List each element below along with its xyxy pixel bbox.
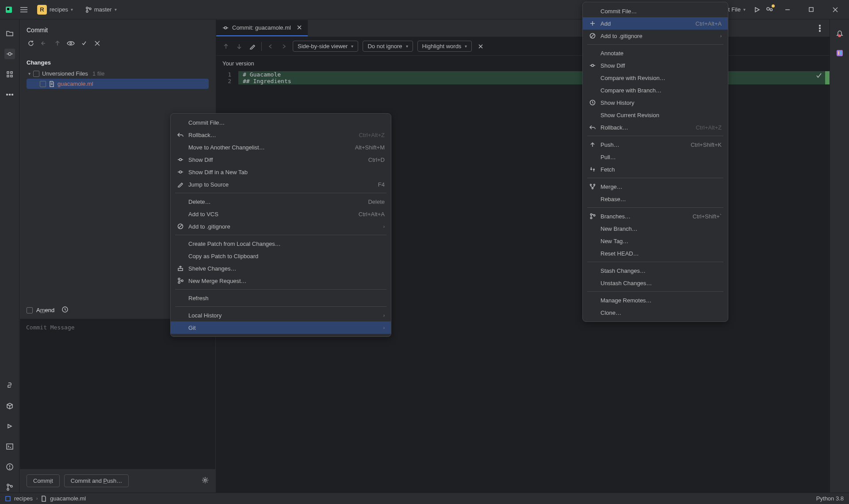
ban-icon (589, 32, 596, 39)
svg-rect-50 (840, 51, 841, 55)
rollback-icon[interactable] (40, 39, 49, 48)
code-with-me-icon[interactable] (765, 5, 774, 14)
next-diff-icon[interactable] (235, 42, 244, 51)
packages-icon[interactable] (4, 401, 15, 411)
close-tab-icon[interactable] (297, 24, 302, 31)
commit-and-push-button[interactable]: Commit and Push… (64, 474, 129, 487)
menu-item[interactable]: Unstash Changes… (583, 277, 728, 289)
blank-icon (177, 312, 184, 319)
prev-file-icon[interactable] (266, 42, 275, 51)
commit-button[interactable]: Commit (27, 474, 60, 487)
revert-icon[interactable] (93, 39, 102, 48)
maximize-button[interactable] (801, 3, 822, 17)
terminal-icon[interactable] (4, 441, 15, 452)
changelist-icon[interactable] (80, 39, 88, 48)
python-console-icon[interactable] (4, 380, 15, 391)
menu-item[interactable]: Merge… (583, 180, 728, 193)
menu-item[interactable]: Clone… (583, 306, 728, 319)
unversioned-label: Unversioned Files (42, 70, 88, 77)
breadcrumb-project[interactable]: recipes (14, 495, 33, 502)
project-tool-icon[interactable] (4, 28, 15, 39)
menu-item[interactable]: Show History (583, 96, 728, 109)
commit-tool-icon[interactable] (4, 49, 15, 59)
run-icon[interactable] (753, 5, 761, 14)
minimize-button[interactable] (777, 3, 798, 17)
menu-item[interactable]: New Merge Request… (171, 275, 391, 287)
menu-item[interactable]: Commit File… (171, 116, 391, 129)
svg-line-66 (591, 34, 594, 38)
menu-item-label: Jump to Source (188, 181, 374, 188)
viewer-mode-select[interactable]: Side-by-side viewer▾ (293, 41, 358, 52)
history-icon[interactable] (61, 306, 69, 314)
refresh-icon[interactable] (27, 39, 35, 48)
diff-icon (589, 62, 596, 69)
highlight-select[interactable]: Highlight words▾ (417, 41, 472, 52)
menu-item[interactable]: Add to .gitignore› (583, 30, 728, 42)
close-button[interactable] (825, 3, 845, 17)
gear-icon[interactable] (202, 477, 209, 485)
menu-item[interactable]: New Tag… (583, 235, 728, 247)
services-icon[interactable] (4, 421, 15, 431)
menu-item[interactable]: Refresh (171, 292, 391, 304)
shelve-icon (177, 265, 184, 272)
code-text: # Guacamole (238, 71, 825, 78)
edit-source-icon[interactable] (248, 42, 257, 51)
menu-separator (175, 193, 386, 193)
menu-item-label: Show Diff (600, 62, 722, 69)
more-tool-icon[interactable] (4, 89, 15, 100)
menu-item[interactable]: Show Diff in a New Tab (171, 166, 391, 178)
git-tool-icon[interactable] (4, 482, 15, 493)
amend-checkbox[interactable] (27, 307, 33, 313)
menu-item-label: Rollback… (600, 124, 691, 131)
hamburger-icon[interactable] (19, 5, 28, 14)
menu-item[interactable]: Manage Remotes… (583, 294, 728, 306)
menu-item[interactable]: Branches…Ctrl+Shift+` (583, 210, 728, 222)
menu-item[interactable]: Move to Another Changelist…Alt+Shift+M (171, 141, 391, 153)
ai-assistant-icon[interactable] (834, 48, 845, 58)
menu-item[interactable]: Add to VCSCtrl+Alt+A (171, 208, 391, 220)
menu-item[interactable]: Add to .gitignore› (171, 220, 391, 233)
menu-item[interactable]: Git› (171, 321, 391, 334)
tab-options-icon[interactable] (815, 24, 824, 33)
menu-item[interactable]: Pull… (583, 151, 728, 163)
show-diff-icon[interactable] (66, 39, 75, 48)
menu-item[interactable]: Commit File… (583, 5, 728, 17)
blank-icon (177, 294, 184, 302)
file-node[interactable]: guacamole.ml (27, 79, 209, 89)
next-file-icon[interactable] (279, 42, 288, 51)
checkbox[interactable] (40, 81, 46, 87)
project-selector[interactable]: R recipes ▾ (34, 3, 76, 16)
menu-item-label: Show Current Revision (600, 112, 722, 118)
menu-item: Compare with Revision… (583, 72, 728, 84)
menu-item[interactable]: AddCtrl+Alt+A (583, 17, 728, 30)
structure-tool-icon[interactable] (4, 69, 15, 80)
menu-item-label: Refresh (188, 295, 385, 302)
prev-diff-icon[interactable] (222, 42, 230, 51)
editor-tab[interactable]: Commit: guacamole.ml (216, 20, 308, 36)
menu-item[interactable]: Show DiffCtrl+D (171, 153, 391, 166)
menu-item-label: Annotate (600, 50, 722, 57)
menu-item[interactable]: Delete…Delete (171, 195, 391, 208)
ignore-whitespace-select[interactable]: Do not ignore▾ (363, 41, 413, 52)
menu-item[interactable]: Push…Ctrl+Shift+K (583, 138, 728, 151)
commit-message-input[interactable]: Commit Message (20, 319, 215, 469)
diff-icon[interactable] (53, 39, 62, 48)
menu-item[interactable]: Local History› (171, 309, 391, 321)
unversioned-files-node[interactable]: ▾ Unversioned Files 1 file (27, 69, 209, 79)
amend-label: Amend (36, 307, 54, 313)
interpreter-indicator[interactable]: Python 3.8 (816, 495, 844, 502)
menu-item[interactable]: Rebase… (583, 193, 728, 205)
collapse-icon[interactable] (476, 42, 485, 51)
merge-icon (177, 277, 184, 284)
menu-item[interactable]: Copy as Patch to Clipboard (171, 250, 391, 262)
menu-item[interactable]: Reset HEAD… (583, 247, 728, 260)
notifications-icon[interactable] (834, 28, 845, 39)
checkbox[interactable] (33, 71, 39, 77)
menu-item[interactable]: Stash Changes… (583, 264, 728, 277)
menu-separator (175, 306, 386, 307)
branch-selector[interactable]: master ▾ (82, 4, 120, 15)
menu-item[interactable]: Jump to SourceF4 (171, 178, 391, 191)
menu-item-label: Move to Another Changelist… (188, 144, 351, 151)
problems-icon[interactable] (4, 462, 15, 472)
breadcrumb-file[interactable]: guacamole.ml (50, 495, 86, 502)
